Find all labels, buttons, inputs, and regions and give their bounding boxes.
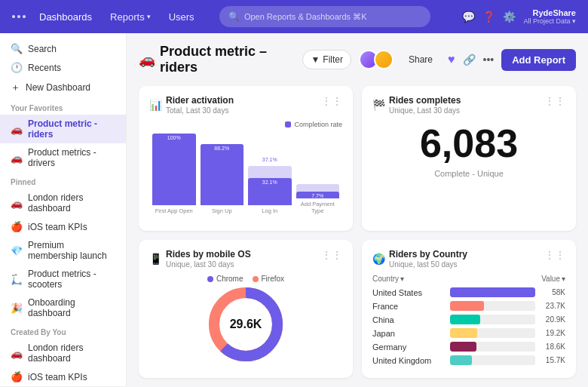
country-value: 20.9K bbox=[541, 315, 565, 324]
rides-mobile-os-title: Rides by mobile OS bbox=[166, 249, 251, 260]
nav-users[interactable]: Users bbox=[164, 8, 199, 26]
rides-mobile-os-menu[interactable]: ⋮⋮ bbox=[321, 249, 342, 261]
country-value: 19.2K bbox=[541, 329, 565, 337]
country-bar-area bbox=[450, 301, 535, 311]
add-report-button[interactable]: Add Report bbox=[501, 49, 576, 71]
bar-label: Add Payment Type bbox=[296, 201, 340, 214]
bar-group: 7.7%Add Payment Type bbox=[296, 131, 340, 214]
col-country[interactable]: Country ▾ bbox=[372, 275, 404, 283]
rides-completes-card: 🏁 Rides completes Unique, Last 30 days ⋮… bbox=[362, 86, 576, 231]
sidebar-item-onboarding[interactable]: 🎉 Onboarding dashboard bbox=[0, 293, 126, 322]
sidebar-item-scooters[interactable]: 🛴 Product metrics - scooters bbox=[0, 265, 126, 293]
country-value: 58K bbox=[541, 288, 565, 296]
sidebar-item-product-metric-riders[interactable]: 🚗 Product metric - riders bbox=[0, 115, 126, 143]
page-title: 🚗 Product metric – riders bbox=[139, 44, 295, 75]
main-layout: 🔍 Search 🕐 Recents ＋ New Dashboard Your … bbox=[0, 33, 588, 387]
legend-chrome-color bbox=[207, 276, 213, 282]
bar-pct: 7.7% bbox=[311, 193, 323, 198]
pinned-section-label: Pinned bbox=[0, 172, 126, 189]
riders-by-country-title: Riders by Country bbox=[389, 249, 467, 260]
country-table: Country ▾ Value ▾ United States58KFrance… bbox=[372, 275, 565, 365]
dashboard-grid: 📊 Rider activation Total, Last 30 days ⋮… bbox=[139, 86, 576, 378]
content-header: 🚗 Product metric – riders ▼ Filter Share… bbox=[139, 44, 576, 75]
sidebar-item-created-ios[interactable]: 🍎 iOS team KPIs bbox=[0, 367, 126, 386]
country-name: Japan bbox=[372, 329, 444, 338]
country-bar bbox=[450, 328, 477, 338]
help-icon[interactable]: ❓ bbox=[482, 11, 495, 23]
rides-completes-menu[interactable]: ⋮⋮ bbox=[544, 95, 565, 107]
sidebar-item-london-riders[interactable]: 🚗 London riders dashboard bbox=[0, 189, 126, 217]
table-header: Country ▾ Value ▾ bbox=[372, 275, 565, 283]
country-bar bbox=[450, 342, 476, 352]
page-title-icon: 🚗 bbox=[139, 51, 155, 68]
filter-button[interactable]: ▼ Filter bbox=[302, 50, 351, 69]
country-bar bbox=[450, 301, 484, 311]
country-bar bbox=[450, 315, 480, 324]
created-section-label: Created By You bbox=[0, 322, 126, 339]
rider-activation-subtitle: Total, Last 30 days bbox=[166, 106, 234, 115]
bar-fg: 88.2% bbox=[201, 144, 244, 205]
favorite-button[interactable]: ♥ bbox=[448, 53, 455, 66]
sidebar-new-dashboard[interactable]: ＋ New Dashboard bbox=[0, 77, 126, 98]
settings-icon[interactable]: ⚙️ bbox=[503, 11, 516, 23]
country-bar-area bbox=[450, 287, 535, 297]
user-profile[interactable]: RydeShare All Project Data ▾ bbox=[523, 8, 576, 25]
sidebar-search[interactable]: 🔍 Search bbox=[0, 39, 126, 58]
riders-by-country-icon: 🌍 bbox=[372, 253, 385, 265]
sidebar-item-ios-kpis[interactable]: 🍎 iOS team KPIs bbox=[0, 217, 126, 236]
chart-legend: Completion rate bbox=[149, 121, 342, 128]
search-bar[interactable]: 🔍 Open Reports & Dashboards ⌘K bbox=[219, 6, 430, 27]
rides-completes-subtitle: Unique, Last 30 days bbox=[389, 106, 461, 115]
chat-icon[interactable]: 💬 bbox=[462, 11, 475, 23]
bar-pct2: 37.1% bbox=[262, 157, 277, 162]
avatar-2 bbox=[374, 50, 394, 69]
bar-group: 37.1%32.1%Log In bbox=[248, 131, 292, 214]
donut-chart: 29.6K bbox=[149, 283, 342, 366]
sidebar-recents[interactable]: 🕐 Recents bbox=[0, 58, 126, 77]
country-bar-area bbox=[450, 315, 535, 324]
country-rows: United States58KFrance23.7KChina20.9KJap… bbox=[372, 287, 565, 365]
search-icon: 🔍 bbox=[11, 43, 23, 54]
country-name: France bbox=[372, 302, 444, 311]
share-button[interactable]: Share bbox=[401, 51, 440, 69]
bar-fg: 100% bbox=[152, 134, 196, 205]
sidebar-item-premium[interactable]: 💎 Premium membership launch bbox=[0, 236, 126, 265]
rider-activation-title: Rider activation bbox=[166, 95, 234, 106]
sidebar-item-product-metrics-drivers[interactable]: 🚗 Product metrics - drivers bbox=[0, 143, 126, 172]
rides-completes-number: 6,083 bbox=[372, 121, 565, 166]
bar-bg: 88.2% bbox=[201, 144, 244, 205]
bar-bg: 7.7% bbox=[296, 184, 340, 198]
bar-bg: 37.1%32.1% bbox=[248, 166, 292, 205]
country-name: United Kingdom bbox=[372, 356, 444, 365]
bar-label: First App Open bbox=[155, 207, 193, 214]
rides-mobile-os-header: 📱 Rides by mobile OS Unique, last 30 day… bbox=[149, 249, 342, 269]
col-value[interactable]: Value ▾ bbox=[541, 275, 565, 283]
sidebar-item-created-london[interactable]: 🚗 London riders dashboard bbox=[0, 339, 126, 367]
nav-reports[interactable]: Reports ▾ bbox=[106, 8, 155, 26]
nav-dashboards[interactable]: Dashboards bbox=[35, 8, 96, 26]
more-options-button[interactable]: ••• bbox=[483, 54, 495, 66]
bar-group: 100%First App Open bbox=[152, 131, 196, 214]
rides-completes-icon: 🏁 bbox=[372, 99, 385, 111]
bar-group: 88.2%Sign Up bbox=[201, 131, 244, 214]
rides-mobile-os-icon: 📱 bbox=[149, 253, 162, 265]
rider-activation-menu[interactable]: ⋮⋮ bbox=[321, 95, 342, 107]
bar-label: Sign Up bbox=[212, 207, 232, 214]
bar-fg: 7.7% bbox=[296, 192, 340, 199]
bar-label: Log In bbox=[262, 207, 277, 214]
bar-pct: 100% bbox=[167, 135, 181, 140]
country-value: 15.7K bbox=[541, 356, 565, 364]
rides-mobile-os-subtitle: Unique, last 30 days bbox=[166, 260, 251, 269]
table-row: France23.7K bbox=[372, 301, 565, 311]
riders-by-country-header: 🌍 Riders by Country Unique, last 50 days… bbox=[372, 249, 565, 269]
country-name: United States bbox=[372, 288, 444, 297]
country-name: China bbox=[372, 315, 444, 324]
rides-mobile-os-card: 📱 Rides by mobile OS Unique, last 30 day… bbox=[139, 240, 353, 378]
country-value: 18.6K bbox=[541, 342, 565, 351]
link-button[interactable]: 🔗 bbox=[463, 54, 476, 66]
rider-activation-icon: 📊 bbox=[149, 99, 162, 111]
nav-dots[interactable] bbox=[12, 15, 26, 18]
table-row: United Kingdom15.7K bbox=[372, 355, 565, 365]
riders-by-country-menu[interactable]: ⋮⋮ bbox=[544, 249, 565, 261]
country-bar bbox=[450, 287, 535, 297]
